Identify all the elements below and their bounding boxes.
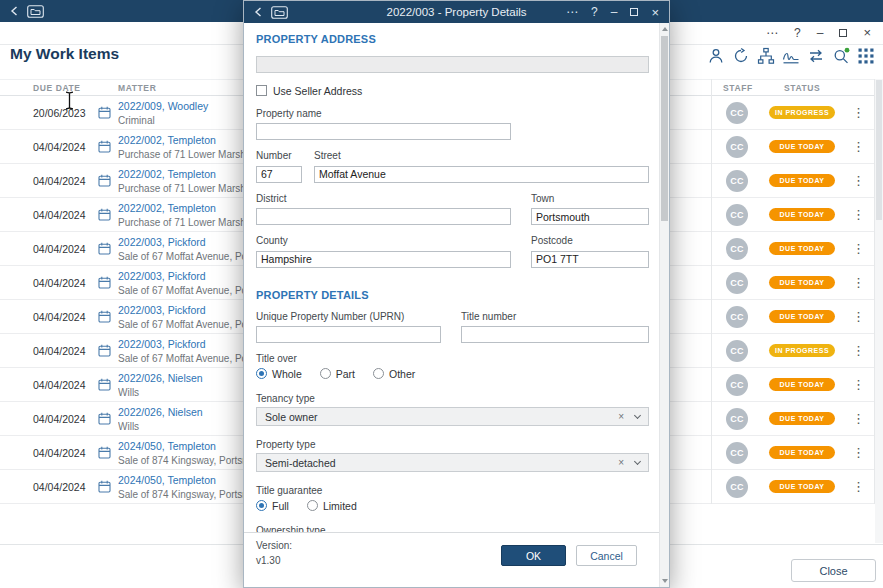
title-guarantee-label: Title guarantee [256, 484, 649, 497]
row-menu-icon[interactable]: ⋮ [852, 105, 865, 120]
matter-folder-icon [271, 6, 288, 19]
calendar-icon[interactable] [98, 174, 111, 187]
dialog-scrollbar[interactable] [659, 23, 669, 587]
apps-grid-icon[interactable] [857, 47, 875, 65]
staff-avatar: CC [726, 442, 748, 464]
more-options-icon[interactable]: ⋯ [566, 6, 578, 19]
more-options-icon[interactable]: ⋯ [766, 26, 778, 40]
scrollbar-thumb[interactable] [661, 36, 668, 221]
due-date-text: 04/04/2024 [33, 243, 86, 255]
tenancy-type-select[interactable]: Sole owner × [256, 407, 649, 426]
table-scrollbar[interactable] [875, 79, 883, 543]
radio-title-over-other[interactable]: Other [373, 368, 415, 380]
dialog-footer: Version: v1.30 OK Cancel [244, 532, 659, 587]
calendar-icon[interactable] [98, 106, 111, 119]
calendar-icon[interactable] [98, 242, 111, 255]
contact-icon[interactable] [707, 47, 725, 65]
row-menu-icon[interactable]: ⋮ [852, 275, 865, 290]
row-menu-icon[interactable]: ⋮ [852, 377, 865, 392]
status-badge: DUE TODAY [769, 446, 835, 459]
postcode-input[interactable] [531, 251, 649, 268]
maximize-icon[interactable] [630, 8, 638, 16]
status-badge: DUE TODAY [769, 208, 835, 221]
help-icon[interactable]: ? [794, 26, 801, 40]
due-date-text: 04/04/2024 [33, 209, 86, 221]
row-menu-icon[interactable]: ⋮ [852, 241, 865, 256]
tenancy-type-value: Sole owner [265, 411, 318, 423]
status-badge: IN PROGRESS [769, 106, 835, 119]
column-header-status[interactable]: STATUS [784, 83, 820, 93]
transfer-arrows-icon[interactable] [807, 47, 825, 65]
clear-icon[interactable]: × [618, 411, 635, 422]
column-header-matter[interactable]: MATTER [118, 83, 156, 93]
radio-icon [373, 368, 384, 379]
signature-icon[interactable] [782, 47, 800, 65]
calendar-icon[interactable] [98, 140, 111, 153]
property-name-input[interactable] [256, 123, 511, 140]
title-over-radio-group: Whole Part Other [256, 367, 649, 380]
row-menu-icon[interactable]: ⋮ [852, 173, 865, 188]
street-input[interactable] [314, 166, 649, 183]
calendar-icon[interactable] [98, 446, 111, 459]
chevron-down-icon[interactable] [634, 458, 641, 465]
row-menu-icon[interactable]: ⋮ [852, 445, 865, 460]
close-window-button[interactable]: Close [791, 559, 876, 582]
calendar-icon[interactable] [98, 344, 111, 357]
calendar-icon[interactable] [98, 412, 111, 425]
calendar-icon[interactable] [98, 276, 111, 289]
radio-guarantee-full[interactable]: Full [256, 500, 289, 512]
sync-icon[interactable] [732, 47, 750, 65]
hierarchy-icon[interactable] [757, 47, 775, 65]
radio-guarantee-limited[interactable]: Limited [307, 500, 357, 512]
row-menu-icon[interactable]: ⋮ [852, 411, 865, 426]
version-value: v1.30 [256, 555, 280, 566]
clear-icon[interactable]: × [618, 457, 635, 468]
radio-title-over-whole[interactable]: Whole [256, 368, 302, 380]
town-input[interactable] [531, 208, 649, 225]
calendar-icon[interactable] [98, 480, 111, 493]
minimize-icon[interactable]: – [817, 26, 824, 40]
row-menu-icon[interactable]: ⋮ [852, 309, 865, 324]
due-date-text: 04/04/2024 [33, 175, 86, 187]
back-icon[interactable] [254, 7, 262, 17]
calendar-icon[interactable] [98, 208, 111, 221]
text-cursor [64, 91, 75, 110]
number-input[interactable] [256, 166, 302, 183]
staff-avatar: CC [726, 374, 748, 396]
use-seller-address-checkbox[interactable]: Use Seller Address [256, 85, 649, 97]
maximize-icon[interactable] [839, 29, 847, 37]
property-type-value: Semi-detached [265, 457, 336, 469]
status-badge: DUE TODAY [769, 276, 835, 289]
ok-button[interactable]: OK [501, 545, 566, 566]
close-icon[interactable]: × [651, 6, 659, 19]
title-number-input[interactable] [461, 326, 649, 343]
row-menu-icon[interactable]: ⋮ [852, 479, 865, 494]
due-date-text: 04/04/2024 [33, 311, 86, 323]
column-header-staff[interactable]: STAFF [723, 83, 753, 93]
scroll-up-icon[interactable] [662, 27, 668, 31]
due-date-text: 04/04/2024 [33, 413, 86, 425]
checkbox-icon[interactable] [256, 85, 267, 96]
close-icon[interactable]: × [863, 26, 871, 40]
help-icon[interactable]: ? [591, 6, 598, 19]
district-input[interactable] [256, 208, 511, 225]
cancel-button[interactable]: Cancel [576, 545, 637, 566]
calendar-icon[interactable] [98, 310, 111, 323]
status-badge: DUE TODAY [769, 174, 835, 187]
row-menu-icon[interactable]: ⋮ [852, 139, 865, 154]
row-menu-icon[interactable]: ⋮ [852, 343, 865, 358]
county-input[interactable] [256, 251, 511, 268]
calendar-icon[interactable] [98, 378, 111, 391]
scroll-down-icon[interactable] [662, 579, 668, 583]
search-icon[interactable] [832, 47, 850, 65]
back-icon[interactable] [10, 6, 18, 16]
column-separator [711, 79, 712, 504]
minimize-icon[interactable]: – [611, 6, 618, 19]
radio-title-over-part[interactable]: Part [320, 368, 355, 380]
radio-icon [256, 368, 267, 379]
scrollbar-thumb[interactable] [876, 80, 882, 220]
row-menu-icon[interactable]: ⋮ [852, 207, 865, 222]
chevron-down-icon[interactable] [634, 412, 641, 419]
uprn-input[interactable] [256, 326, 441, 343]
property-type-select[interactable]: Semi-detached × [256, 453, 649, 472]
